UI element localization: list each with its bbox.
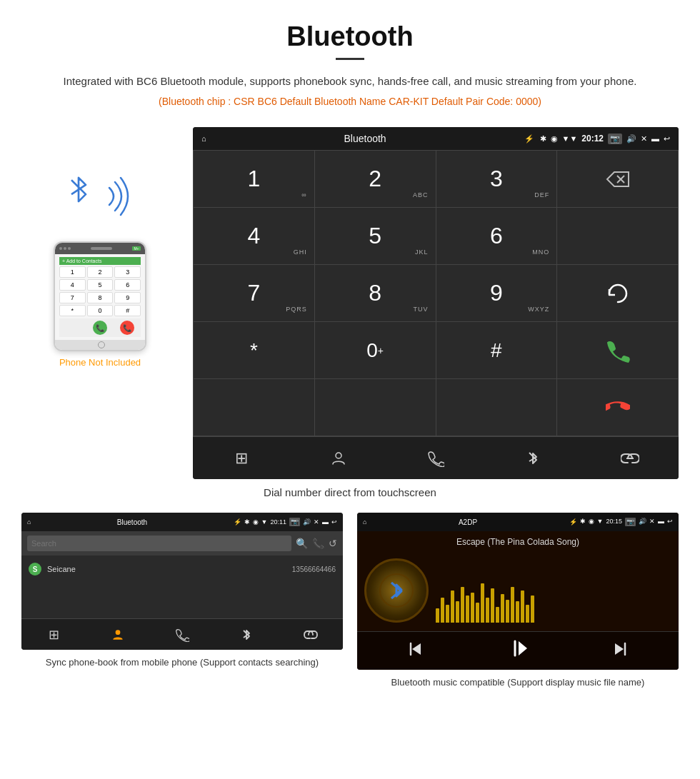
pb-search-icon: 🔍 <box>296 538 308 549</box>
title-divider <box>336 58 364 60</box>
pb-vol-icon: 🔊 <box>303 518 311 526</box>
eq-bar <box>511 587 514 623</box>
dialer-nav-bluetooth[interactable] <box>484 437 581 479</box>
bt-status-icon: ✱ <box>540 134 546 144</box>
pb-bt-icon: ✱ <box>244 518 250 526</box>
phone-home-button[interactable] <box>55 340 146 350</box>
phonebook-block: ⌂ Bluetooth ⚡ ✱ ◉ ▼ 20:11 📷 🔊 ✕ ▬ ↩ <box>21 513 343 690</box>
key-empty-1 <box>557 208 679 265</box>
key-8[interactable]: 8TUV <box>315 265 436 322</box>
key-refresh[interactable] <box>557 265 679 322</box>
key-7[interactable]: 7PQRS <box>194 265 315 322</box>
bluetooth-icon <box>64 170 93 209</box>
phonebook-caption: Sync phone-book from mobile phone (Suppo… <box>46 655 319 670</box>
eq-bar <box>526 605 529 623</box>
pb-empty-space <box>21 580 343 615</box>
link-icon <box>621 449 639 468</box>
pb-signal-icon: ▼ <box>261 518 268 526</box>
key-0[interactable]: 0+ <box>315 322 436 379</box>
close-status-icon: ✕ <box>641 134 647 144</box>
svg-point-4 <box>116 630 121 635</box>
eq-bar <box>436 608 439 623</box>
phone-key-hash: # <box>114 305 141 316</box>
pb-usb-icon: ⚡ <box>234 518 241 526</box>
pb-nav-contacts[interactable] <box>86 619 150 650</box>
pb-nav-dialpad[interactable]: ⊞ <box>21 619 86 650</box>
phone-call-green[interactable]: 📞 <box>93 321 107 335</box>
pb-letter-badge: S <box>29 563 41 576</box>
key-4[interactable]: 4GHI <box>194 208 315 265</box>
equalizer <box>436 580 671 623</box>
eq-bar <box>476 603 479 623</box>
music-back-icon: ↩ <box>667 518 673 526</box>
pb-search-bar: 🔍 📞 ↺ <box>21 531 343 556</box>
phone-key-star: * <box>59 305 86 316</box>
dialer-nav-dialpad[interactable]: ⊞ <box>193 437 290 479</box>
pb-refresh-icon: ↺ <box>329 538 337 549</box>
eq-bar <box>481 583 484 623</box>
music-signal-icon: ▼ <box>597 518 604 526</box>
prev-icon <box>406 640 424 658</box>
dialer-nav-link[interactable] <box>581 437 679 479</box>
eq-bar <box>531 595 534 623</box>
pb-status-bar: ⌂ Bluetooth ⚡ ✱ ◉ ▼ 20:11 📷 🔊 ✕ ▬ ↩ <box>21 513 343 531</box>
phone-not-included-label: Phone Not Included <box>59 357 141 368</box>
eq-bar <box>496 607 499 623</box>
key-call-green[interactable] <box>557 322 679 379</box>
phone-call-red[interactable]: 📞 <box>120 321 134 335</box>
music-status-bar: ⌂ A2DP ⚡ ✱ ◉ ▼ 20:15 📷 🔊 ✕ ▬ ↩ <box>357 513 679 531</box>
key-5[interactable]: 5JKL <box>315 208 436 265</box>
phone-screen: + Add to Contacts 1 2 3 4 5 6 7 8 9 * 0 … <box>55 254 145 340</box>
music-block: ⌂ A2DP ⚡ ✱ ◉ ▼ 20:15 📷 🔊 ✕ ▬ ↩ Escape (T… <box>357 513 679 690</box>
play-pause-button[interactable] <box>507 638 529 664</box>
svg-marker-6 <box>412 643 421 655</box>
next-track-button[interactable] <box>612 640 629 662</box>
svg-marker-9 <box>519 641 527 655</box>
pb-nav-bluetooth[interactable] <box>214 619 279 650</box>
pb-location-icon: ◉ <box>253 518 259 526</box>
key-3[interactable]: 3DEF <box>436 151 558 208</box>
phone-key-3: 3 <box>114 266 141 278</box>
music-note-icon <box>379 573 414 608</box>
pb-phone-icon: 📞 <box>312 538 324 549</box>
pb-search-input[interactable] <box>27 536 291 551</box>
phone-key-7: 7 <box>59 292 86 303</box>
backspace-icon <box>606 171 630 188</box>
next-icon <box>612 640 629 658</box>
usb-icon: ⚡ <box>524 134 534 144</box>
music-time: 20:15 <box>606 518 622 526</box>
phone-key-6: 6 <box>114 279 141 291</box>
music-close-icon: ✕ <box>649 518 655 526</box>
eq-bar <box>456 601 459 623</box>
music-location-icon: ◉ <box>589 518 594 526</box>
key-2[interactable]: 2ABC <box>315 151 436 208</box>
call-green-icon <box>606 338 630 363</box>
eq-bar <box>486 598 489 623</box>
dialer-screen-title: Bluetooth <box>212 133 519 144</box>
dialer-nav-phone[interactable] <box>387 437 484 479</box>
key-1[interactable]: 1∞ <box>194 151 315 208</box>
prev-track-button[interactable] <box>406 640 424 662</box>
phone-key-0: 0 <box>87 305 114 316</box>
pb-nav-link[interactable] <box>279 619 343 650</box>
key-call-red[interactable] <box>557 379 679 436</box>
phone-mockup: M+ + Add to Contacts 1 2 3 4 5 6 7 8 9 * <box>54 241 146 351</box>
volume-icon: 🔊 <box>626 134 636 144</box>
pb-contact-row[interactable]: S Seicane 13566664466 <box>21 558 343 580</box>
dialer-nav-contacts[interactable] <box>290 437 387 479</box>
pb-contact-phone: 13566664466 <box>292 566 336 573</box>
eq-bar <box>446 605 449 623</box>
key-9[interactable]: 9WXYZ <box>436 265 558 322</box>
eq-bar <box>451 590 454 623</box>
key-6[interactable]: 6MNO <box>436 208 558 265</box>
pb-bluetooth-icon <box>241 627 251 643</box>
pb-nav-phone[interactable] <box>150 619 214 650</box>
key-hash[interactable]: # <box>436 322 558 379</box>
key-backspace[interactable] <box>557 151 679 208</box>
page-header: Bluetooth Integrated with BC6 Bluetooth … <box>0 0 700 127</box>
music-status-right: ✱ ◉ ▼ 20:15 📷 🔊 ✕ ▬ ↩ <box>580 518 673 526</box>
page-specs: (Bluetooth chip : CSR BC6 Default Blueto… <box>43 96 657 107</box>
key-star[interactable]: * <box>194 322 315 379</box>
home-circle <box>98 341 105 348</box>
bottom-screens: ⌂ Bluetooth ⚡ ✱ ◉ ▼ 20:11 📷 🔊 ✕ ▬ ↩ <box>0 513 700 711</box>
